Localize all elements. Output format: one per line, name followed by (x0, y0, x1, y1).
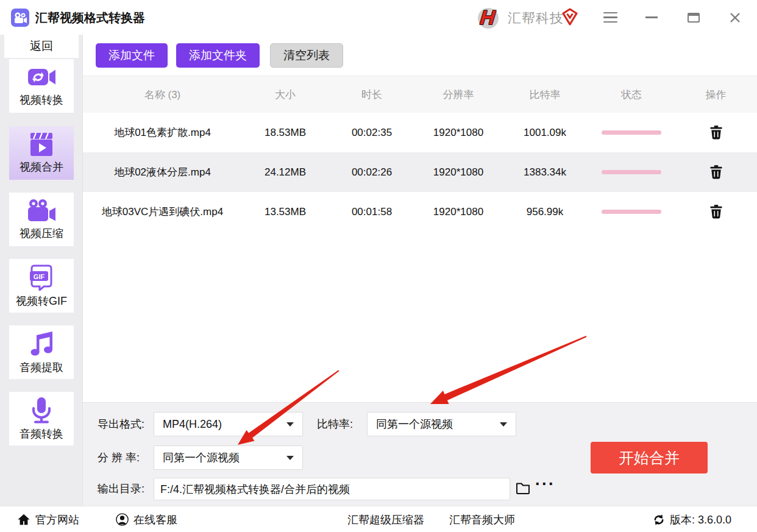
file-size: 24.12MB (242, 166, 329, 179)
file-resolution: 1920*1080 (415, 166, 502, 179)
export-format-label: 导出格式: (98, 412, 144, 436)
status-progress-bar (602, 210, 661, 214)
file-size: 13.53MB (242, 206, 329, 218)
file-duration: 00:01:58 (329, 206, 415, 218)
bitrate-value: 同第一个源视频 (376, 417, 453, 431)
file-toolbar: 添加文件 添加文件夹 清空列表 (83, 35, 757, 76)
app-title: 汇帮视频格式转换器 (35, 10, 145, 26)
file-duration: 00:02:26 (329, 166, 415, 179)
sidebar-item-video-compress[interactable]: 视频压缩 (9, 193, 74, 246)
header-action: 操作 (675, 88, 757, 102)
output-dir-label: 输出目录: (98, 478, 144, 500)
main-content: 添加文件 添加文件夹 清空列表 名称 (3) 大小 时长 分辨率 比特率 状态 … (83, 35, 757, 506)
file-duration: 00:02:35 (329, 127, 415, 139)
sidebar-item-label: 视频压缩 (20, 226, 63, 241)
delete-file-button[interactable] (675, 165, 757, 179)
home-icon (17, 513, 30, 526)
header-bitrate: 比特率 (502, 88, 588, 102)
table-row: 地球03VC片遇到碘伏.mp4 13.53MB 00:01:58 1920*10… (83, 192, 757, 232)
online-service-link[interactable]: 在线客服 (116, 506, 177, 532)
file-bitrate: 956.99k (502, 206, 588, 218)
version-label: 版本: 3.6.0.0 (670, 512, 731, 527)
footer: 官方网站 在线客服 汇帮超级压缩器 汇帮音频大师 版本: 3.6.0.0 (0, 506, 757, 532)
file-bitrate: 1001.09k (502, 127, 588, 139)
start-merge-button[interactable]: 开始合并 (591, 442, 708, 473)
file-resolution: 1920*1080 (415, 206, 502, 218)
export-format-value: MP4(H.264) (163, 418, 222, 431)
bitrate-select[interactable]: 同第一个源视频 (367, 412, 516, 436)
file-name: 地球01色素扩散.mp4 (83, 126, 242, 140)
maximize-icon (688, 13, 700, 23)
audio-master-link[interactable]: 汇帮音频大师 (449, 506, 515, 532)
file-size: 18.53MB (242, 127, 329, 139)
status-progress-bar (602, 130, 661, 135)
refresh-icon (653, 514, 665, 526)
output-settings-panel: 导出格式: MP4(H.264) 比特率: 同第一个源视频 分 辨 率: 同第一… (83, 402, 757, 506)
file-name: 地球03VC片遇到碘伏.mp4 (83, 205, 242, 219)
audio-extract-icon (28, 330, 55, 357)
person-icon (116, 513, 129, 526)
brand-name: 汇帮科技 (508, 9, 564, 27)
file-name: 地球02液体分层.mp4 (83, 165, 242, 179)
header-status: 状态 (588, 88, 675, 102)
sidebar-item-video-convert[interactable]: 视频转换 (9, 59, 74, 113)
sidebar-item-audio-extract[interactable]: 音频提取 (9, 325, 74, 379)
maximize-button[interactable] (681, 0, 706, 35)
close-button[interactable] (722, 0, 748, 35)
video-convert-icon (27, 65, 56, 90)
header-name: 名称 (3) (83, 88, 242, 102)
export-format-select[interactable]: MP4(H.264) (154, 412, 303, 436)
chevron-down-icon (286, 422, 294, 427)
gif-icon-text: GIF (34, 272, 45, 280)
sidebar-item-label: 视频转GIF (16, 294, 67, 308)
sidebar-item-video-to-gif[interactable]: GIF 视频转GIF (9, 259, 74, 313)
sidebar-item-label: 视频合并 (20, 160, 63, 174)
online-service-label: 在线客服 (133, 512, 177, 527)
output-dir-input[interactable] (154, 478, 510, 500)
brand-logo-icon: H (477, 5, 501, 30)
header-resolution: 分辨率 (415, 88, 502, 102)
more-options-button[interactable]: ··· (535, 475, 555, 494)
header-size: 大小 (242, 88, 329, 102)
add-folder-button[interactable]: 添加文件夹 (176, 43, 260, 68)
back-button[interactable]: 返回 (4, 35, 79, 58)
delete-file-button[interactable] (675, 126, 757, 140)
close-icon (729, 12, 741, 24)
sidebar: 返回 视频转换 视频合并 视频压缩 (0, 35, 83, 506)
sidebar-item-video-merge[interactable]: 视频合并 (9, 126, 74, 180)
clear-list-button[interactable]: 清空列表 (270, 43, 343, 68)
video-to-gif-icon: GIF (28, 264, 55, 291)
browse-folder-button[interactable] (516, 481, 530, 497)
video-merge-icon (28, 132, 55, 157)
file-resolution: 1920*1080 (415, 127, 502, 139)
minimize-icon (645, 16, 658, 18)
chevron-down-icon (286, 456, 294, 460)
video-compress-icon (27, 199, 56, 223)
file-bitrate: 1383.34k (502, 166, 588, 179)
sidebar-item-label: 视频转换 (20, 93, 63, 107)
trash-icon (710, 126, 722, 140)
vip-badge-icon (561, 8, 578, 26)
audio-convert-icon (29, 397, 54, 424)
minimize-button[interactable] (639, 0, 664, 35)
sidebar-item-audio-convert[interactable]: 音频转换 (9, 392, 74, 445)
super-compressor-label: 汇帮超级压缩器 (347, 512, 424, 527)
menu-button[interactable] (597, 0, 623, 35)
version-info: 版本: 3.6.0.0 (653, 506, 731, 532)
hamburger-icon (603, 12, 617, 23)
trash-icon (710, 165, 722, 179)
add-file-button[interactable]: 添加文件 (96, 43, 168, 68)
official-site-link[interactable]: 官方网站 (17, 506, 79, 532)
bitrate-label: 比特率: (317, 412, 353, 436)
delete-file-button[interactable] (675, 205, 757, 219)
chevron-down-icon (500, 422, 507, 427)
app-logo-icon (11, 9, 29, 27)
official-site-label: 官方网站 (35, 512, 79, 527)
resolution-label: 分 辨 率: (98, 445, 140, 470)
header-duration: 时长 (329, 88, 415, 102)
status-progress-bar (602, 170, 661, 174)
super-compressor-link[interactable]: 汇帮超级压缩器 (347, 506, 424, 532)
sidebar-item-label: 音频转换 (20, 427, 63, 441)
resolution-select[interactable]: 同第一个源视频 (154, 445, 303, 470)
resolution-value: 同第一个源视频 (163, 450, 240, 465)
